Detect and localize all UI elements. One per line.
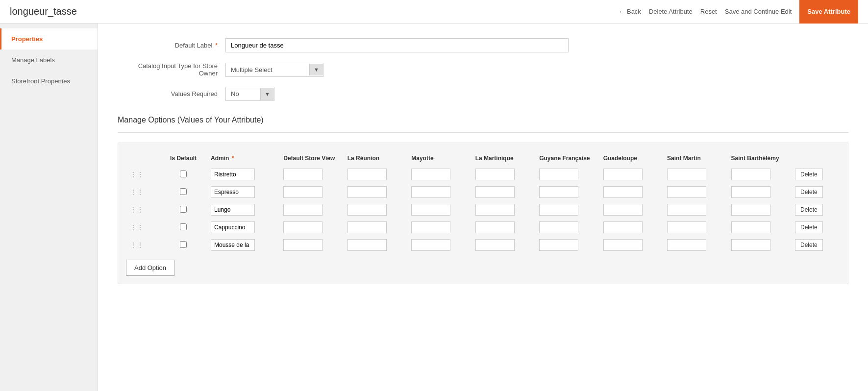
admin-input[interactable]	[211, 239, 255, 251]
default-store-input[interactable]	[283, 169, 322, 180]
default-store-cell	[281, 201, 345, 219]
default-store-cell	[281, 166, 345, 183]
la-reunion-input[interactable]	[347, 221, 387, 233]
drag-handle-icon[interactable]: ⋮⋮	[128, 223, 146, 231]
saint-barthelemy-cell	[729, 201, 793, 219]
guyane-input[interactable]	[539, 221, 578, 233]
options-table-header: Is Default Admin * Default Store View La…	[126, 151, 840, 166]
delete-row-button[interactable]: Delete	[795, 169, 823, 180]
la-martinique-input[interactable]	[475, 169, 515, 180]
values-required-arrow-icon[interactable]: ▼	[260, 88, 274, 100]
options-table-wrapper: Is Default Admin * Default Store View La…	[118, 143, 848, 284]
drag-handle-icon[interactable]: ⋮⋮	[128, 188, 146, 196]
default-store-input[interactable]	[283, 204, 322, 216]
guadeloupe-cell	[601, 201, 665, 219]
drag-handle-icon[interactable]: ⋮⋮	[128, 241, 146, 249]
drag-handle-icon[interactable]: ⋮⋮	[128, 206, 146, 214]
guyane-input[interactable]	[539, 204, 578, 216]
la-reunion-cell	[346, 166, 409, 183]
guadeloupe-cell	[601, 236, 665, 254]
sidebar-item-properties[interactable]: Properties	[0, 28, 98, 49]
delete-attribute-button[interactable]: Delete Attribute	[649, 8, 693, 15]
admin-input[interactable]	[211, 186, 255, 198]
delete-row-button[interactable]: Delete	[795, 239, 823, 251]
guadeloupe-input[interactable]	[603, 204, 643, 216]
la-martinique-cell	[473, 236, 537, 254]
mayotte-input[interactable]	[411, 221, 450, 233]
saint-martin-input[interactable]	[667, 186, 706, 198]
sidebar-item-storefront-properties[interactable]: Storefront Properties	[0, 71, 98, 92]
saint-martin-cell	[665, 201, 729, 219]
admin-input[interactable]	[211, 169, 255, 180]
default-store-input[interactable]	[283, 186, 322, 198]
default-store-input[interactable]	[283, 239, 322, 251]
la-martinique-input[interactable]	[475, 204, 515, 216]
saint-martin-input[interactable]	[667, 169, 706, 180]
is-default-cell	[158, 166, 209, 183]
mayotte-input[interactable]	[411, 239, 450, 251]
la-reunion-input[interactable]	[347, 169, 387, 180]
admin-input[interactable]	[211, 204, 255, 216]
guyane-input[interactable]	[539, 186, 578, 198]
default-label-input[interactable]	[225, 38, 569, 52]
page-header: longueur_tasse ← Back Delete Attribute R…	[0, 0, 868, 24]
delete-row-button[interactable]: Delete	[795, 186, 823, 198]
saint-barthelemy-input[interactable]	[731, 221, 770, 233]
delete-cell: Delete	[793, 236, 840, 254]
guyane-cell	[537, 236, 601, 254]
catalog-input-arrow-icon[interactable]: ▼	[309, 64, 323, 75]
delete-row-button[interactable]: Delete	[795, 204, 823, 216]
saint-martin-cell	[665, 219, 729, 236]
sidebar-item-manage-labels[interactable]: Manage Labels	[0, 49, 98, 71]
back-button[interactable]: ← Back	[619, 8, 641, 15]
mayotte-input[interactable]	[411, 204, 450, 216]
mayotte-input[interactable]	[411, 186, 450, 198]
main-layout: Properties Manage Labels Storefront Prop…	[0, 24, 868, 391]
guadeloupe-input[interactable]	[603, 221, 643, 233]
delete-cell: Delete	[793, 201, 840, 219]
admin-cell	[209, 183, 281, 201]
la-reunion-input[interactable]	[347, 204, 387, 216]
save-attribute-button[interactable]: Save Attribute	[799, 0, 858, 24]
is-default-checkbox[interactable]	[180, 223, 187, 230]
delete-row-button[interactable]: Delete	[795, 221, 823, 233]
default-store-cell	[281, 183, 345, 201]
saint-martin-input[interactable]	[667, 221, 706, 233]
guadeloupe-input[interactable]	[603, 169, 643, 180]
is-default-checkbox[interactable]	[180, 188, 187, 195]
add-option-button[interactable]: Add Option	[126, 260, 174, 276]
guyane-input[interactable]	[539, 239, 578, 251]
is-default-checkbox[interactable]	[180, 241, 187, 248]
la-martinique-input[interactable]	[475, 239, 515, 251]
admin-input[interactable]	[211, 221, 255, 233]
saint-martin-input[interactable]	[667, 239, 706, 251]
saint-barthelemy-cell	[729, 236, 793, 254]
la-reunion-input[interactable]	[347, 186, 387, 198]
col-delete-header	[793, 151, 840, 166]
table-row: ⋮⋮ Delete	[126, 219, 840, 236]
saint-barthelemy-input[interactable]	[731, 204, 770, 216]
default-store-cell	[281, 236, 345, 254]
reset-button[interactable]: Reset	[700, 8, 717, 15]
la-martinique-input[interactable]	[475, 186, 515, 198]
saint-barthelemy-input[interactable]	[731, 169, 770, 180]
saint-barthelemy-input[interactable]	[731, 239, 770, 251]
saint-martin-input[interactable]	[667, 204, 706, 216]
la-reunion-input[interactable]	[347, 239, 387, 251]
mayotte-input[interactable]	[411, 169, 450, 180]
catalog-input-select[interactable]: Multiple Select ▼	[225, 63, 323, 77]
save-continue-button[interactable]: Save and Continue Edit	[725, 8, 792, 15]
la-martinique-input[interactable]	[475, 221, 515, 233]
default-store-input[interactable]	[283, 221, 322, 233]
guadeloupe-input[interactable]	[603, 186, 643, 198]
guadeloupe-input[interactable]	[603, 239, 643, 251]
values-required-value: No	[226, 87, 260, 100]
col-guyane-header: Guyane Française	[537, 151, 601, 166]
drag-handle-icon[interactable]: ⋮⋮	[128, 171, 146, 178]
is-default-checkbox[interactable]	[180, 171, 187, 177]
guyane-input[interactable]	[539, 169, 578, 180]
saint-barthelemy-cell	[729, 166, 793, 183]
saint-barthelemy-input[interactable]	[731, 186, 770, 198]
values-required-select[interactable]: No ▼	[225, 87, 274, 101]
is-default-checkbox[interactable]	[180, 206, 187, 213]
